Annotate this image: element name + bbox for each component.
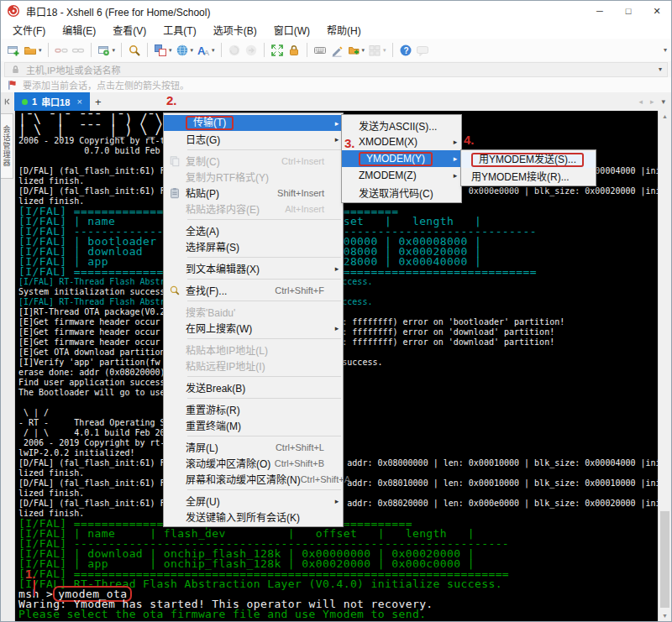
close-button[interactable]: ✕ — [643, 1, 671, 21]
submenu-arrow-icon: ▸ — [449, 138, 461, 146]
svg-text:A: A — [204, 48, 209, 56]
menu-item--baidu-: 搜索'Baidu' — [164, 304, 343, 320]
menu-item-shortcut: Ctrl+Shift+L — [276, 442, 331, 452]
menu-item--x-[interactable]: 到文本编辑器(X)▸ — [164, 260, 343, 276]
menu-item--ymodem-r-[interactable]: 用YMODEM接收(R)... — [461, 168, 596, 184]
layout-dropdown-icon[interactable]: ▾ — [169, 47, 172, 54]
layout-icon[interactable]: ▾ — [152, 41, 174, 60]
tab-scroll-right-icon[interactable]: ▸ — [650, 97, 654, 106]
minimize-button[interactable]: ─ — [585, 1, 614, 21]
menu-item-label: 清屏(L) — [186, 440, 218, 454]
terminal-scrollbar[interactable]: ▲ ▼ — [658, 111, 671, 621]
menu-separator — [164, 374, 343, 379]
menu-item--s-[interactable]: 选择屏幕(S) — [164, 238, 343, 254]
font-icon[interactable]: AA▾ — [195, 41, 217, 60]
font-dropdown-icon[interactable]: ▾ — [212, 47, 215, 54]
tab-list-icon[interactable]: ▾ — [661, 97, 665, 106]
open-session-icon[interactable]: ▾ — [22, 41, 44, 60]
new-tab-button[interactable]: + — [90, 92, 107, 111]
address-dropdown-icon[interactable]: ▾ — [659, 65, 662, 73]
virtual-keyboard-icon[interactable] — [312, 41, 328, 60]
compose-bar-icon[interactable] — [328, 41, 345, 60]
menu-item-xmodem-x-[interactable]: XMODEM(X)▸ — [342, 133, 461, 150]
tab-serial-18[interactable]: 1 串口18 × — [14, 92, 90, 111]
menu-item-label: 发送为ASCII(S)... — [359, 118, 437, 133]
menubar-item-1[interactable]: 文件(F) — [4, 21, 54, 39]
menubar-item-4[interactable]: 工具(T) — [155, 21, 204, 39]
scrollbar-up-icon[interactable]: ▲ — [659, 113, 671, 119]
scrollbar-down-icon[interactable]: ▼ — [659, 613, 671, 619]
find-icon[interactable] — [126, 41, 143, 60]
address-input[interactable]: 主机,IP地址或会话名称 ▾ — [4, 62, 668, 77]
tab-bar: 1 串口18 × + ◂ ▸ ▾ — [1, 92, 671, 112]
menu-item-shortcut: Ctrl+Shift+B — [275, 458, 331, 468]
menu-item--m-[interactable]: 重置终端(M) — [164, 417, 343, 433]
tab-scroll-left-icon[interactable]: ◂ — [638, 97, 643, 106]
window-title: 串口18 - Xshell 6 (Free for Home/School) — [26, 4, 210, 18]
xshell-session-icon — [226, 41, 243, 60]
menu-item--ip-l-: 粘贴本地IP地址(L) — [164, 342, 343, 358]
info-bar: 要添加当前会话，点击左侧的箭头按钮。 — [1, 77, 671, 92]
menu-item--a-[interactable]: 全选(A) — [164, 222, 343, 238]
menu-item--t-[interactable]: 传输(T)▸ — [164, 115, 343, 131]
menubar-item-2[interactable]: 编辑(E) — [54, 21, 104, 39]
menu-item--ascii-s-[interactable]: 发送为ASCII(S)... — [342, 117, 461, 133]
help-icon[interactable]: ? — [397, 41, 414, 60]
tab-close-icon[interactable]: × — [76, 97, 81, 107]
menu-item--w-[interactable]: 在网上搜索(W)▸ — [164, 320, 343, 336]
lock-screen-icon[interactable] — [286, 41, 302, 60]
toolbar-overflow-icon[interactable]: ▾ — [664, 46, 667, 54]
menu-item--u-[interactable]: 全屏(U)▸ — [164, 493, 343, 509]
submenu-arrow-icon: ▸ — [331, 497, 343, 505]
menubar-item-6[interactable]: 窗口(W) — [265, 21, 318, 39]
fullscreen-icon[interactable] — [269, 41, 286, 60]
title-bar[interactable]: 串口18 - Xshell 6 (Free for Home/School) ─… — [1, 1, 671, 21]
collapse-panel-icon[interactable] — [1, 92, 13, 111]
menu-item--break-b-[interactable]: 发送Break(B) — [164, 379, 343, 395]
menu-separator — [164, 487, 343, 493]
tile-windows-dropdown-icon[interactable]: ▾ — [383, 47, 386, 54]
new-file-dropdown-icon[interactable]: ▾ — [362, 47, 365, 54]
tab-number: 1 — [32, 97, 37, 107]
menu-item-label: 重置游标(R) — [186, 402, 240, 416]
scrollbar-thumb[interactable] — [660, 511, 669, 608]
menu-item--r-[interactable]: 重置游标(R) — [164, 401, 343, 417]
menu-item-label: ZMODEM(Z) — [359, 170, 417, 181]
menubar-item-3[interactable]: 查看(V) — [104, 21, 155, 39]
ymodem-submenu: 用YMODEM发送(S)...用YMODEM接收(R)... — [460, 149, 596, 186]
session-manager-tab[interactable]: 会话管理器 — [1, 113, 13, 179]
menu-item--l-[interactable]: 清屏(L)Ctrl+Shift+L — [164, 439, 343, 455]
xftp-session-icon — [243, 41, 260, 60]
maximize-button[interactable]: □ — [614, 1, 643, 21]
menu-item-label: XMODEM(X) — [359, 136, 417, 148]
address-bar: 主机,IP地址或会话名称 ▾ — [1, 61, 671, 77]
toolbar-separator — [264, 43, 265, 57]
menu-item--f-[interactable]: 查找(F)...Ctrl+Shift+F — [164, 282, 343, 298]
new-session-icon[interactable] — [5, 41, 22, 60]
session-properties-dropdown-icon[interactable]: ▾ — [113, 47, 116, 54]
menu-item-label: 发送键输入到所有会话(K) — [186, 510, 300, 524]
menu-item--p-[interactable]: 粘贴(P)Shift+Insert — [164, 185, 343, 201]
chat-icon — [414, 41, 431, 60]
flag-icon — [7, 80, 18, 91]
web-browser-dropdown-icon[interactable]: ▾ — [191, 47, 194, 54]
menu-item--o-[interactable]: 滚动缓冲区清除(O)Ctrl+Shift+B — [164, 455, 343, 471]
menu-item-ymodem-y-[interactable]: YMODEM(Y)▸ — [342, 150, 461, 167]
menu-item-shortcut: Shift+Insert — [277, 188, 331, 198]
menu-item--g-[interactable]: 日志(G)▸ — [164, 131, 343, 147]
menu-separator — [164, 254, 343, 260]
menu-item--n-[interactable]: 屏幕和滚动缓冲区清除(N)Ctrl+Shift+A — [164, 471, 343, 487]
open-session-dropdown-icon[interactable]: ▾ — [39, 47, 42, 54]
menubar-item-7[interactable]: 帮助(H) — [318, 21, 370, 39]
menubar-item-5[interactable]: 选项卡(B) — [205, 21, 265, 39]
menu-item--k-[interactable]: 发送键输入到所有会话(K) — [164, 509, 343, 525]
menu-item--c-[interactable]: 发送取消代码(C) — [342, 184, 461, 201]
menu-item--ymodem-s-[interactable]: 用YMODEM发送(S)... — [461, 152, 596, 168]
menu-item--c-: 复制(C)Ctrl+Insert — [164, 153, 343, 169]
menu-item-zmodem-z-[interactable]: ZMODEM(Z)▸ — [342, 167, 461, 184]
menu-item-label: 粘贴(P) — [186, 186, 219, 200]
web-browser-icon[interactable]: ▾ — [174, 41, 196, 60]
new-file-icon[interactable]: ▾ — [345, 41, 367, 60]
menu-item-label: 发送Break(B) — [186, 380, 245, 395]
session-properties-icon[interactable]: ▾ — [96, 41, 118, 60]
